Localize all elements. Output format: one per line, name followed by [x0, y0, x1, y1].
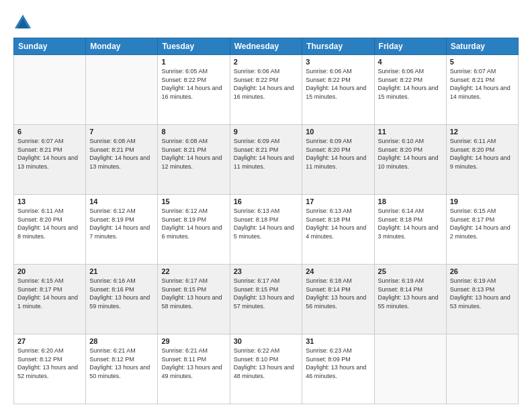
day-number: 15 [161, 197, 226, 205]
calendar-cell: 2Sunrise: 6:06 AM Sunset: 8:22 PM Daylig… [230, 55, 302, 125]
day-info: Sunrise: 6:09 AM Sunset: 8:21 PM Dayligh… [234, 137, 299, 171]
day-info: Sunrise: 6:21 AM Sunset: 8:12 PM Dayligh… [89, 347, 154, 380]
day-info: Sunrise: 6:22 AM Sunset: 8:10 PM Dayligh… [234, 347, 299, 380]
day-info: Sunrise: 6:14 AM Sunset: 8:18 PM Dayligh… [378, 207, 443, 240]
day-number: 14 [89, 197, 154, 205]
calendar-cell: 8Sunrise: 6:08 AM Sunset: 8:21 PM Daylig… [158, 125, 230, 195]
day-number: 27 [17, 337, 82, 345]
day-info: Sunrise: 6:19 AM Sunset: 8:14 PM Dayligh… [378, 277, 443, 310]
day-number: 20 [17, 267, 82, 275]
calendar-cell: 3Sunrise: 6:06 AM Sunset: 8:22 PM Daylig… [302, 55, 374, 125]
day-number: 6 [17, 128, 82, 136]
day-info: Sunrise: 6:05 AM Sunset: 8:22 PM Dayligh… [161, 67, 226, 101]
day-number: 23 [234, 267, 299, 275]
day-number: 13 [17, 197, 82, 205]
calendar-cell: 17Sunrise: 6:13 AM Sunset: 8:18 PM Dayli… [302, 195, 374, 265]
calendar-cell: 27Sunrise: 6:20 AM Sunset: 8:12 PM Dayli… [14, 334, 86, 404]
calendar-cell: 23Sunrise: 6:17 AM Sunset: 8:15 PM Dayli… [230, 265, 302, 334]
calendar-table: SundayMondayTuesdayWednesdayThursdayFrid… [13, 38, 519, 404]
day-number: 4 [378, 58, 443, 66]
calendar-cell: 5Sunrise: 6:07 AM Sunset: 8:21 PM Daylig… [446, 55, 518, 125]
day-number: 1 [161, 58, 226, 66]
day-number: 25 [378, 267, 443, 275]
day-info: Sunrise: 6:19 AM Sunset: 8:13 PM Dayligh… [450, 277, 515, 310]
calendar-week-5: 27Sunrise: 6:20 AM Sunset: 8:12 PM Dayli… [14, 334, 519, 404]
day-info: Sunrise: 6:17 AM Sunset: 8:15 PM Dayligh… [234, 277, 299, 310]
calendar-cell: 9Sunrise: 6:09 AM Sunset: 8:21 PM Daylig… [230, 125, 302, 195]
day-number: 26 [450, 267, 515, 275]
weekday-wednesday: Wednesday [230, 38, 302, 55]
calendar-week-3: 13Sunrise: 6:11 AM Sunset: 8:20 PM Dayli… [14, 195, 519, 265]
calendar-cell: 10Sunrise: 6:09 AM Sunset: 8:20 PM Dayli… [302, 125, 374, 195]
calendar-cell: 29Sunrise: 6:21 AM Sunset: 8:11 PM Dayli… [158, 334, 230, 404]
calendar-body: 1Sunrise: 6:05 AM Sunset: 8:22 PM Daylig… [14, 55, 519, 404]
day-number: 12 [450, 128, 515, 136]
header [13, 12, 519, 31]
calendar-cell: 19Sunrise: 6:15 AM Sunset: 8:17 PM Dayli… [446, 195, 518, 265]
day-info: Sunrise: 6:09 AM Sunset: 8:20 PM Dayligh… [306, 137, 370, 171]
day-info: Sunrise: 6:18 AM Sunset: 8:14 PM Dayligh… [306, 277, 370, 310]
calendar-week-2: 6Sunrise: 6:07 AM Sunset: 8:21 PM Daylig… [14, 125, 519, 195]
calendar-cell: 7Sunrise: 6:08 AM Sunset: 8:21 PM Daylig… [86, 125, 158, 195]
calendar-cell: 31Sunrise: 6:23 AM Sunset: 8:09 PM Dayli… [302, 334, 374, 404]
calendar-cell: 16Sunrise: 6:13 AM Sunset: 8:18 PM Dayli… [230, 195, 302, 265]
day-number: 19 [450, 197, 515, 205]
calendar-week-4: 20Sunrise: 6:15 AM Sunset: 8:17 PM Dayli… [14, 265, 519, 334]
day-number: 18 [378, 197, 443, 205]
day-info: Sunrise: 6:16 AM Sunset: 8:16 PM Dayligh… [89, 277, 154, 310]
day-number: 28 [89, 337, 154, 345]
day-number: 30 [234, 337, 299, 345]
weekday-monday: Monday [86, 38, 158, 55]
calendar-cell: 14Sunrise: 6:12 AM Sunset: 8:19 PM Dayli… [86, 195, 158, 265]
logo-icon [13, 12, 32, 31]
calendar-cell: 15Sunrise: 6:12 AM Sunset: 8:19 PM Dayli… [158, 195, 230, 265]
calendar-cell: 21Sunrise: 6:16 AM Sunset: 8:16 PM Dayli… [86, 265, 158, 334]
calendar-cell [14, 55, 86, 125]
day-number: 29 [161, 337, 226, 345]
calendar-cell: 28Sunrise: 6:21 AM Sunset: 8:12 PM Dayli… [86, 334, 158, 404]
day-info: Sunrise: 6:10 AM Sunset: 8:20 PM Dayligh… [378, 137, 443, 171]
calendar-cell: 20Sunrise: 6:15 AM Sunset: 8:17 PM Dayli… [14, 265, 86, 334]
day-info: Sunrise: 6:20 AM Sunset: 8:12 PM Dayligh… [17, 347, 82, 380]
day-info: Sunrise: 6:08 AM Sunset: 8:21 PM Dayligh… [89, 137, 154, 171]
calendar-cell: 30Sunrise: 6:22 AM Sunset: 8:10 PM Dayli… [230, 334, 302, 404]
calendar-cell: 26Sunrise: 6:19 AM Sunset: 8:13 PM Dayli… [446, 265, 518, 334]
day-number: 11 [378, 128, 443, 136]
day-number: 10 [306, 128, 370, 136]
day-info: Sunrise: 6:21 AM Sunset: 8:11 PM Dayligh… [161, 347, 226, 380]
calendar-cell: 6Sunrise: 6:07 AM Sunset: 8:21 PM Daylig… [14, 125, 86, 195]
weekday-tuesday: Tuesday [158, 38, 230, 55]
day-number: 9 [234, 128, 299, 136]
day-number: 5 [450, 58, 515, 66]
day-number: 21 [89, 267, 154, 275]
calendar-cell [374, 334, 446, 404]
day-info: Sunrise: 6:11 AM Sunset: 8:20 PM Dayligh… [450, 137, 515, 171]
day-number: 7 [89, 128, 154, 136]
day-info: Sunrise: 6:06 AM Sunset: 8:22 PM Dayligh… [306, 67, 370, 101]
day-number: 24 [306, 267, 370, 275]
day-info: Sunrise: 6:12 AM Sunset: 8:19 PM Dayligh… [161, 207, 226, 240]
calendar-cell [446, 334, 518, 404]
day-number: 3 [306, 58, 370, 66]
weekday-saturday: Saturday [446, 38, 518, 55]
day-info: Sunrise: 6:07 AM Sunset: 8:21 PM Dayligh… [17, 137, 82, 171]
calendar-cell: 12Sunrise: 6:11 AM Sunset: 8:20 PM Dayli… [446, 125, 518, 195]
calendar-week-1: 1Sunrise: 6:05 AM Sunset: 8:22 PM Daylig… [14, 55, 519, 125]
calendar-cell [86, 55, 158, 125]
day-number: 31 [306, 337, 370, 345]
day-info: Sunrise: 6:15 AM Sunset: 8:17 PM Dayligh… [450, 207, 515, 240]
weekday-friday: Friday [374, 38, 446, 55]
day-info: Sunrise: 6:23 AM Sunset: 8:09 PM Dayligh… [306, 347, 370, 380]
day-info: Sunrise: 6:17 AM Sunset: 8:15 PM Dayligh… [161, 277, 226, 310]
calendar-cell: 18Sunrise: 6:14 AM Sunset: 8:18 PM Dayli… [374, 195, 446, 265]
day-number: 8 [161, 128, 226, 136]
calendar-cell: 25Sunrise: 6:19 AM Sunset: 8:14 PM Dayli… [374, 265, 446, 334]
day-number: 16 [234, 197, 299, 205]
weekday-header-row: SundayMondayTuesdayWednesdayThursdayFrid… [14, 38, 519, 55]
day-info: Sunrise: 6:13 AM Sunset: 8:18 PM Dayligh… [306, 207, 370, 240]
calendar-cell: 13Sunrise: 6:11 AM Sunset: 8:20 PM Dayli… [14, 195, 86, 265]
day-info: Sunrise: 6:06 AM Sunset: 8:22 PM Dayligh… [234, 67, 299, 101]
day-info: Sunrise: 6:07 AM Sunset: 8:21 PM Dayligh… [450, 67, 515, 101]
day-number: 17 [306, 197, 370, 205]
day-info: Sunrise: 6:06 AM Sunset: 8:22 PM Dayligh… [378, 67, 443, 101]
